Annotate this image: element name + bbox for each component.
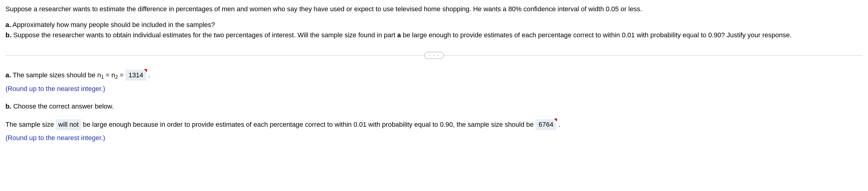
intro-text: Suppose a researcher wants to estimate t… (5, 5, 642, 13)
answer-b-label-line: b. Choose the correct answer below. (5, 102, 863, 111)
part-b: b. Suppose the researcher wants to obtai… (5, 30, 863, 40)
eq2: = (118, 71, 125, 79)
answer-b-after: . (556, 121, 560, 128)
hint-a: (Round up to the nearest integer.) (5, 84, 863, 94)
part-b-label: b. (5, 31, 11, 39)
answer-a-after: . (146, 71, 150, 79)
sub1: 1 (101, 74, 104, 80)
part-b-text2: be large enough to provide estimates of … (401, 31, 792, 39)
answer-b-mid: be large enough because in order to prov… (81, 121, 535, 128)
answer-b-line: The sample size will not be large enough… (5, 119, 863, 130)
hint-b: (Round up to the nearest integer.) (5, 133, 863, 143)
answer-b-label-text: Choose the correct answer below. (11, 102, 114, 110)
answer-a-before: The sample sizes should be n (11, 71, 101, 79)
part-a-label: a. (5, 21, 11, 29)
part-b-bold: a (397, 31, 401, 39)
answer-b-input[interactable]: 6764 (535, 119, 556, 130)
ellipsis-icon: · · · (429, 52, 439, 58)
separator: · · · (5, 51, 863, 60)
part-a: a. Approximately how many people should … (5, 20, 863, 30)
question-parts: a. Approximately how many people should … (5, 20, 863, 40)
sub2: 2 (115, 74, 118, 80)
part-b-text1: Suppose the researcher wants to obtain i… (11, 31, 397, 39)
answer-b-label: b. (5, 102, 11, 110)
question-intro: Suppose a researcher wants to estimate t… (5, 4, 863, 14)
expand-button[interactable]: · · · (424, 52, 444, 59)
answer-section: a. The sample sizes should be n1 = n2 = … (5, 70, 863, 143)
eq1: = n (104, 71, 115, 79)
part-a-text: Approximately how many people should be … (11, 21, 215, 29)
answer-b-before: The sample size (5, 121, 56, 128)
answer-a-label: a. (5, 71, 11, 79)
answer-a-line: a. The sample sizes should be n1 = n2 = … (5, 70, 863, 81)
answer-b-select[interactable]: will not (56, 119, 81, 130)
answer-a-input[interactable]: 1314 (125, 70, 146, 81)
